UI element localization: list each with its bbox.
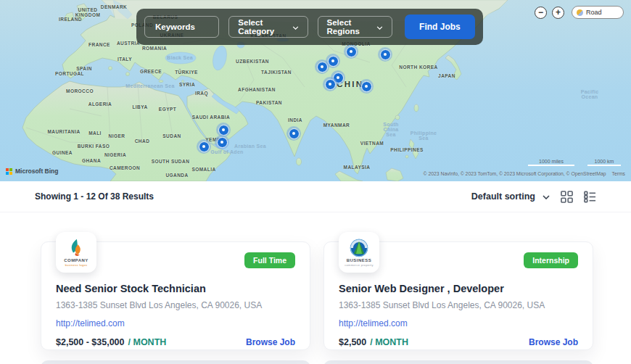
results-count-label: Showing 1 - 12 Of 38 Results [35, 191, 154, 202]
card-footer: $2,500 - $35,000 / MONTH Browse Job [56, 337, 295, 347]
map-job-marker[interactable] [378, 47, 392, 62]
map-job-marker[interactable] [197, 139, 211, 154]
job-salary: $2,500 [339, 337, 366, 347]
card-header: COMPANY business logos Full Time [56, 242, 295, 273]
browse-job-link[interactable]: Browse Job [246, 337, 295, 347]
grid-view-icon[interactable] [561, 191, 573, 203]
map-country-label: MALAYSIA [344, 165, 371, 170]
map-country-label: MAURITANIA [47, 129, 80, 134]
regions-select-label: Select Regions [327, 18, 376, 36]
zoom-out-button[interactable]: − [535, 7, 547, 19]
map-country-label: TAJIKISTAN [261, 70, 292, 75]
map-country-label: DENMARK [101, 4, 127, 9]
map-country-label: INDIA [288, 117, 302, 123]
map-country-label: UGANDA [165, 173, 188, 178]
map-country-label: FRANCE [88, 42, 110, 47]
map-sea-label: Gulf of Aden [210, 149, 243, 154]
map-sea-label: Mediterranean Sea [125, 83, 174, 88]
company-logo: BUSINESS commerce property [339, 232, 379, 273]
map-country-label: IRAQ [195, 91, 208, 96]
map-job-marker[interactable] [286, 126, 301, 141]
logo-tagline: business logos [65, 263, 88, 267]
logo-name: BUSINESS [347, 258, 372, 262]
map-country-label: UZBEKISTAN [236, 59, 269, 64]
next-card-peek [41, 360, 310, 364]
job-cards-row: COMPANY business logos Full Time Need Se… [0, 212, 631, 350]
company-logo: COMPANY business logos [56, 232, 96, 273]
map-country-label: PHILIPPINES [390, 147, 423, 152]
job-card[interactable]: COMPANY business logos Full Time Need Se… [41, 241, 310, 350]
sort-cluster: Default sorting [471, 191, 596, 203]
map-style-label: Road [586, 9, 602, 16]
map-country-label: AFGHANISTAN [238, 87, 276, 92]
map-country-label: VIETNAM [360, 141, 384, 146]
results-header: Showing 1 - 12 Of 38 Results Default sor… [0, 181, 631, 212]
keywords-input[interactable] [154, 22, 210, 32]
category-select[interactable]: Select Category [228, 16, 308, 38]
map-canvas[interactable]: UNITED KINGDOMIRELANDDENMARKPOLANDBELARU… [0, 0, 631, 181]
map-country-label: UNITED KINGDOM [75, 7, 101, 17]
job-search-panel: Select Category Select Regions Find Jobs [136, 9, 483, 45]
map-country-label: MYANMAR [323, 123, 350, 128]
map-country-label: CAMEROON [110, 165, 140, 170]
job-type-badge: Internship [524, 252, 578, 268]
map-job-marker[interactable] [344, 44, 358, 59]
map-country-label: ROMANIA [142, 46, 167, 51]
map-country-label: SOUTH SUDAN [152, 159, 190, 164]
map-sea-label: Arabian Sea [234, 144, 266, 149]
card-header: BUSINESS commerce property Internship [339, 242, 578, 273]
map-country-label: PORTUGAL [55, 71, 84, 76]
map-sea-label: Philippine Sea [411, 131, 437, 141]
map-style-icon [577, 9, 583, 16]
job-salary-period: / MONTH [128, 337, 167, 347]
list-view-icon[interactable] [584, 191, 596, 203]
job-website-link[interactable]: http://telimed.com [339, 318, 408, 328]
map-job-marker[interactable] [215, 135, 229, 149]
keywords-field[interactable] [144, 16, 219, 38]
bing-attribution: Microsoft Bing [6, 167, 59, 175]
map-sea-label: Pacific Ocean [581, 89, 599, 99]
map-country-label: LIBYA [132, 104, 147, 109]
map-copyright: © 2023 NavInfo, © 2023 TomTom, © 2023 Mi… [424, 171, 625, 176]
map-country-label: GREECE [140, 69, 162, 74]
microsoft-logo-icon [6, 168, 12, 175]
map-country-label: JAPAN [438, 73, 455, 78]
browse-job-link[interactable]: Browse Job [529, 337, 578, 347]
map-job-marker[interactable] [323, 77, 337, 91]
sorting-label: Default sorting [471, 191, 535, 202]
map-country-label: NIGER [109, 133, 125, 138]
job-type-badge: Full Time [244, 252, 295, 268]
map-country-label: SOMALIA [191, 167, 215, 172]
map-country-label: EGYPT [159, 107, 176, 112]
scale-km-label: 1000 km [587, 159, 621, 166]
map-country-label: SUDAN [162, 133, 181, 138]
map-country-label: TÜRKIYE [175, 70, 198, 75]
logo-tagline: commerce property [345, 263, 374, 267]
map-country-label: SYRIA [179, 82, 195, 87]
card-footer: $2,500 / MONTH Browse Job [339, 337, 578, 347]
map-job-marker[interactable] [315, 59, 329, 74]
chevron-down-icon [376, 22, 383, 31]
chevron-down-icon [292, 22, 299, 31]
logo-name: COMPANY [64, 258, 88, 262]
category-select-label: Select Category [238, 18, 292, 36]
map-country-label: ITALY [117, 57, 132, 62]
sorting-dropdown[interactable]: Default sorting [471, 191, 550, 202]
job-salary-period: / MONTH [370, 337, 408, 347]
terms-link[interactable]: Terms [611, 171, 625, 176]
job-title: Need Senior Stock Technician [56, 283, 295, 294]
next-cards-row [0, 350, 631, 364]
map-country-label: GHANA [82, 158, 101, 163]
job-website-link[interactable]: http://telimed.com [56, 318, 125, 328]
map-country-label: MOROCCO [66, 88, 94, 94]
map-country-label: SPAIN [76, 66, 92, 71]
globe-tree-logo-icon [350, 239, 368, 257]
map-style-selector[interactable]: Road [572, 6, 624, 19]
find-jobs-button[interactable]: Find Jobs [405, 15, 475, 39]
scale-miles-label: 1000 miles [528, 159, 574, 166]
job-card[interactable]: BUSINESS commerce property Internship Se… [323, 241, 593, 350]
zoom-in-button[interactable]: + [552, 7, 564, 19]
map-job-marker[interactable] [359, 79, 374, 94]
map-country-label: SAUDI ARABIA [192, 115, 230, 120]
regions-select[interactable]: Select Regions [318, 16, 392, 38]
